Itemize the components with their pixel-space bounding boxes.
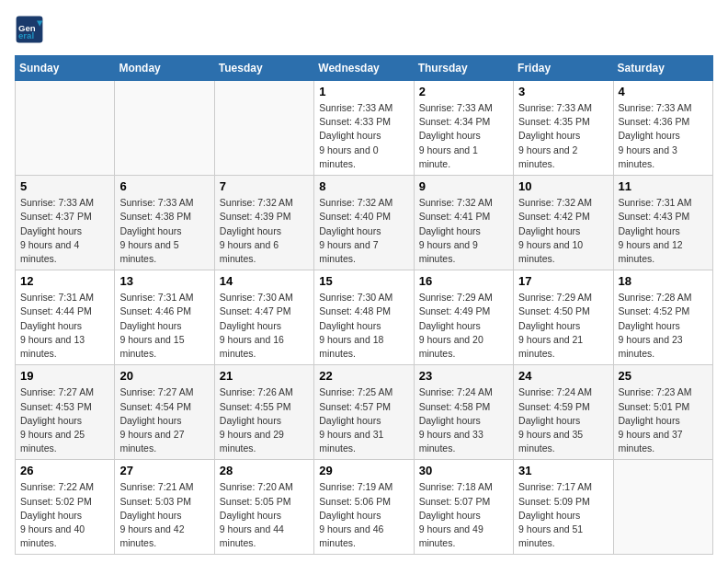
day-info: Sunrise: 7:30 AMSunset: 4:48 PMDaylight … xyxy=(319,291,408,361)
calendar-cell: 21Sunrise: 7:26 AMSunset: 4:55 PMDayligh… xyxy=(214,365,313,460)
day-number: 6 xyxy=(119,179,209,193)
day-number: 7 xyxy=(220,179,309,193)
day-number: 14 xyxy=(220,274,309,288)
calendar-cell: 12Sunrise: 7:31 AMSunset: 4:44 PMDayligh… xyxy=(16,270,115,365)
calendar-cell: 4Sunrise: 7:33 AMSunset: 4:36 PMDaylight… xyxy=(613,81,712,176)
calendar-cell: 19Sunrise: 7:27 AMSunset: 4:53 PMDayligh… xyxy=(16,365,115,460)
calendar-week-row: 5Sunrise: 7:33 AMSunset: 4:37 PMDaylight… xyxy=(16,176,713,270)
calendar-cell: 29Sunrise: 7:19 AMSunset: 5:06 PMDayligh… xyxy=(314,460,414,555)
day-info: Sunrise: 7:32 AMSunset: 4:39 PMDaylight … xyxy=(220,196,309,266)
day-number: 31 xyxy=(518,464,608,477)
day-info: Sunrise: 7:18 AMSunset: 5:07 PMDaylight … xyxy=(419,480,508,550)
calendar-week-row: 19Sunrise: 7:27 AMSunset: 4:53 PMDayligh… xyxy=(16,365,713,460)
calendar-week-row: 12Sunrise: 7:31 AMSunset: 4:44 PMDayligh… xyxy=(16,270,713,365)
day-number: 5 xyxy=(20,179,109,193)
day-info: Sunrise: 7:30 AMSunset: 4:47 PMDaylight … xyxy=(220,291,309,361)
day-number: 15 xyxy=(319,274,408,288)
day-header-tuesday: Tuesday xyxy=(214,56,313,81)
day-number: 18 xyxy=(619,274,708,288)
day-header-monday: Monday xyxy=(115,56,214,81)
day-number: 11 xyxy=(619,179,708,193)
day-number: 21 xyxy=(220,369,309,383)
svg-text:eral: eral xyxy=(18,30,34,40)
day-number: 19 xyxy=(20,369,109,383)
calendar-cell xyxy=(16,81,115,176)
calendar-cell: 1Sunrise: 7:33 AMSunset: 4:33 PMDaylight… xyxy=(314,81,414,176)
day-info: Sunrise: 7:23 AMSunset: 5:01 PMDaylight … xyxy=(619,385,708,455)
calendar-cell: 20Sunrise: 7:27 AMSunset: 4:54 PMDayligh… xyxy=(115,365,214,460)
calendar-cell xyxy=(214,81,313,176)
day-number: 17 xyxy=(518,274,608,288)
day-number: 10 xyxy=(518,179,608,193)
day-header-saturday: Saturday xyxy=(613,56,712,81)
day-info: Sunrise: 7:33 AMSunset: 4:38 PMDaylight … xyxy=(119,196,209,266)
day-header-thursday: Thursday xyxy=(414,56,513,81)
calendar-cell: 23Sunrise: 7:24 AMSunset: 4:58 PMDayligh… xyxy=(414,365,513,460)
day-number: 24 xyxy=(518,369,608,383)
day-info: Sunrise: 7:19 AMSunset: 5:06 PMDaylight … xyxy=(319,480,408,550)
day-number: 13 xyxy=(119,274,209,288)
calendar-cell xyxy=(115,81,214,176)
day-number: 29 xyxy=(319,464,408,477)
day-info: Sunrise: 7:33 AMSunset: 4:36 PMDaylight … xyxy=(619,101,708,171)
calendar-cell: 14Sunrise: 7:30 AMSunset: 4:47 PMDayligh… xyxy=(214,270,313,365)
day-number: 30 xyxy=(419,464,508,477)
calendar-cell: 2Sunrise: 7:33 AMSunset: 4:34 PMDaylight… xyxy=(414,81,513,176)
day-info: Sunrise: 7:22 AMSunset: 5:02 PMDaylight … xyxy=(20,480,109,550)
calendar-week-row: 26Sunrise: 7:22 AMSunset: 5:02 PMDayligh… xyxy=(16,460,713,555)
day-number: 27 xyxy=(119,464,209,477)
day-info: Sunrise: 7:33 AMSunset: 4:37 PMDaylight … xyxy=(20,196,109,266)
day-info: Sunrise: 7:29 AMSunset: 4:49 PMDaylight … xyxy=(419,291,508,361)
day-info: Sunrise: 7:33 AMSunset: 4:34 PMDaylight … xyxy=(419,101,508,171)
day-number: 28 xyxy=(220,464,309,477)
calendar-cell: 22Sunrise: 7:25 AMSunset: 4:57 PMDayligh… xyxy=(314,365,414,460)
day-info: Sunrise: 7:27 AMSunset: 4:53 PMDaylight … xyxy=(20,385,109,455)
day-info: Sunrise: 7:32 AMSunset: 4:42 PMDaylight … xyxy=(518,196,608,266)
day-number: 25 xyxy=(619,369,708,383)
calendar-cell: 17Sunrise: 7:29 AMSunset: 4:50 PMDayligh… xyxy=(514,270,613,365)
day-number: 3 xyxy=(518,85,608,98)
calendar-cell: 7Sunrise: 7:32 AMSunset: 4:39 PMDaylight… xyxy=(214,176,313,270)
calendar-table: SundayMondayTuesdayWednesdayThursdayFrid… xyxy=(15,55,713,555)
calendar-cell: 11Sunrise: 7:31 AMSunset: 4:43 PMDayligh… xyxy=(613,176,712,270)
day-info: Sunrise: 7:33 AMSunset: 4:33 PMDaylight … xyxy=(319,101,408,171)
day-info: Sunrise: 7:20 AMSunset: 5:05 PMDaylight … xyxy=(220,480,309,550)
calendar-cell: 13Sunrise: 7:31 AMSunset: 4:46 PMDayligh… xyxy=(115,270,214,365)
calendar-cell: 30Sunrise: 7:18 AMSunset: 5:07 PMDayligh… xyxy=(414,460,513,555)
logo-icon: Gen eral xyxy=(15,15,44,44)
logo: Gen eral xyxy=(15,15,48,44)
calendar-cell: 16Sunrise: 7:29 AMSunset: 4:49 PMDayligh… xyxy=(414,270,513,365)
day-info: Sunrise: 7:33 AMSunset: 4:35 PMDaylight … xyxy=(518,101,608,171)
day-number: 22 xyxy=(319,369,408,383)
day-info: Sunrise: 7:32 AMSunset: 4:41 PMDaylight … xyxy=(419,196,508,266)
calendar-cell: 10Sunrise: 7:32 AMSunset: 4:42 PMDayligh… xyxy=(514,176,613,270)
calendar-cell: 5Sunrise: 7:33 AMSunset: 4:37 PMDaylight… xyxy=(16,176,115,270)
calendar-cell: 6Sunrise: 7:33 AMSunset: 4:38 PMDaylight… xyxy=(115,176,214,270)
calendar-cell: 18Sunrise: 7:28 AMSunset: 4:52 PMDayligh… xyxy=(613,270,712,365)
day-number: 4 xyxy=(619,85,708,98)
day-header-friday: Friday xyxy=(514,56,613,81)
day-number: 20 xyxy=(119,369,209,383)
calendar-cell: 25Sunrise: 7:23 AMSunset: 5:01 PMDayligh… xyxy=(613,365,712,460)
calendar-header-row: SundayMondayTuesdayWednesdayThursdayFrid… xyxy=(16,56,713,81)
day-number: 12 xyxy=(20,274,109,288)
calendar-cell: 27Sunrise: 7:21 AMSunset: 5:03 PMDayligh… xyxy=(115,460,214,555)
day-info: Sunrise: 7:29 AMSunset: 4:50 PMDaylight … xyxy=(518,291,608,361)
calendar-cell: 15Sunrise: 7:30 AMSunset: 4:48 PMDayligh… xyxy=(314,270,414,365)
day-header-sunday: Sunday xyxy=(16,56,115,81)
day-info: Sunrise: 7:31 AMSunset: 4:43 PMDaylight … xyxy=(619,196,708,266)
page-header: Gen eral xyxy=(15,15,713,44)
day-info: Sunrise: 7:31 AMSunset: 4:44 PMDaylight … xyxy=(20,291,109,361)
day-info: Sunrise: 7:21 AMSunset: 5:03 PMDaylight … xyxy=(119,480,209,550)
day-info: Sunrise: 7:26 AMSunset: 4:55 PMDaylight … xyxy=(220,385,309,455)
day-number: 16 xyxy=(419,274,508,288)
day-info: Sunrise: 7:17 AMSunset: 5:09 PMDaylight … xyxy=(518,480,608,550)
calendar-cell xyxy=(613,460,712,555)
day-info: Sunrise: 7:24 AMSunset: 4:58 PMDaylight … xyxy=(419,385,508,455)
day-number: 1 xyxy=(319,85,408,98)
day-info: Sunrise: 7:24 AMSunset: 4:59 PMDaylight … xyxy=(518,385,608,455)
day-header-wednesday: Wednesday xyxy=(314,56,414,81)
day-info: Sunrise: 7:25 AMSunset: 4:57 PMDaylight … xyxy=(319,385,408,455)
day-number: 26 xyxy=(20,464,109,477)
calendar-cell: 9Sunrise: 7:32 AMSunset: 4:41 PMDaylight… xyxy=(414,176,513,270)
